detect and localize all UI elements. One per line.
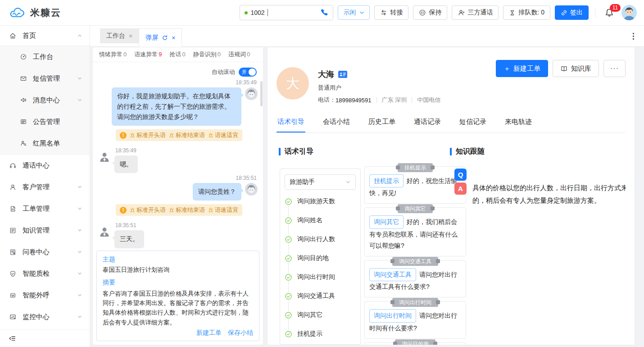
assistant-select-value: 旅游助手	[290, 178, 315, 186]
knowledge-question-icon[interactable]: Q	[454, 169, 467, 181]
script-step[interactable]: 询问目的地	[285, 249, 356, 268]
phone-number: 18998949591	[336, 97, 372, 104]
tab-script-guide[interactable]: 话术引导	[277, 113, 305, 132]
script-card-ribbon: 询问目的地	[395, 339, 435, 345]
more-actions-button[interactable]: ···	[603, 60, 626, 77]
script-chip[interactable]: 询问交通工具	[369, 268, 416, 281]
knowledge-answer-text: 具体的价格以您的出行人数，出行日期，出行方式来的，稍后会有专人为您量身定制旅游方…	[472, 182, 626, 207]
tab-call-records[interactable]: 通话记录	[413, 113, 442, 132]
message-time: 18:35:49	[236, 79, 257, 86]
script-card: 挂机提示 挂机提示好的，祝您生活愉快，再见!	[364, 166, 466, 204]
tab-history-tickets[interactable]: 历史工单	[367, 113, 396, 132]
message-time: 18:35:51	[115, 222, 143, 228]
transcript-scroll-area[interactable]: 自动滚动 开 18:35:49 你好，我是旅游规划助手。在您规划具体的行程之前，…	[93, 62, 263, 249]
hold-button[interactable]: 保持	[413, 5, 447, 20]
script-step[interactable]: 询问交通工具	[285, 287, 356, 306]
sidebar-collapse-button[interactable]	[0, 329, 90, 347]
refresh-icon[interactable]	[162, 35, 168, 41]
sidebar-item-home[interactable]: 首页	[0, 26, 90, 46]
script-step[interactable]: 询问其它	[285, 306, 356, 324]
sidebar-item-workbench[interactable]: 工作台	[0, 46, 90, 68]
chevron-down-icon	[77, 206, 82, 211]
sidebar-item-survey-center[interactable]: 问卷中心	[0, 241, 90, 263]
tab-label: 工作台	[106, 32, 125, 40]
knowledge-base-button[interactable]: 知识库	[553, 60, 599, 77]
abstract-text: 客户咨询了泰国五日游的价格及具体安排，表示有十人同行，并希望本周出发。客服记录了…	[103, 289, 253, 327]
sidebar-item-label: 监控中心	[23, 313, 50, 321]
three-way-call-button[interactable]: 三方通话	[452, 5, 499, 20]
new-ticket-link[interactable]: 新建工单	[196, 329, 222, 336]
message-bubble: 嗯。	[114, 155, 138, 173]
chat-message-agent: 18:35:51 请问您贵姓？	[98, 173, 258, 201]
sign-out-label: 签出	[570, 9, 583, 17]
id-card-icon[interactable]	[338, 71, 347, 78]
sidebar-item-red-black-list[interactable]: 红黑名单	[0, 132, 90, 154]
sidebar-item-call-center[interactable]: 通话中心	[0, 155, 90, 176]
sidebar-item-monitor-center[interactable]: 监控中心	[0, 306, 90, 328]
stat-speed: 语速异常9	[134, 50, 162, 59]
scrollbar-thumb[interactable]	[260, 81, 263, 106]
header-divider	[595, 8, 595, 18]
script-guide-title: 话术引导	[279, 147, 313, 156]
sidebar-item-outbound-ai[interactable]: 智能外呼	[0, 284, 90, 306]
tab-session-summary[interactable]: 会话小结	[322, 113, 351, 132]
script-step[interactable]: 挂机提示	[285, 324, 356, 343]
script-step[interactable]: 询问出行时间	[285, 268, 356, 287]
customer-type: 普通用户	[318, 84, 440, 92]
customer-region: 广东 深圳	[382, 96, 407, 104]
script-chip[interactable]: 询问出行时间	[369, 309, 416, 322]
notifications-button[interactable]: 11	[604, 8, 614, 18]
detail-tabs: 话术引导 会话小结 历史工单 通话记录 短信记录 来电轨迹	[277, 113, 626, 133]
tabbar-more-menu[interactable]	[631, 31, 636, 41]
tab-workbench[interactable]: 工作台 ×	[100, 28, 139, 43]
sidebar-item-customer-mgmt[interactable]: 客户管理	[0, 176, 90, 198]
queue-count-button[interactable]: 排队数: 0	[503, 5, 550, 20]
message-bubble: 请问您贵姓？	[193, 183, 241, 201]
customer-detail-panel: 大 大海 普通用户	[267, 47, 635, 345]
script-card: 询问目的地 询问目的地	[364, 342, 466, 345]
extension-status-dot	[245, 11, 248, 14]
script-card-ribbon: 询问出行时间	[392, 298, 438, 307]
sidebar-item-quality-check[interactable]: 智能质检	[0, 263, 90, 284]
script-chip[interactable]: 挂机提示	[369, 174, 404, 187]
phone-label: 电话：	[318, 96, 336, 104]
sign-out-button[interactable]: 签出	[555, 5, 589, 20]
topic-label: 主题	[103, 256, 253, 264]
tab-call-trace[interactable]: 来电轨迹	[504, 113, 533, 132]
new-ticket-button[interactable]: ＋ 新建工单	[496, 60, 548, 77]
tab-popup-screen[interactable]: 弹屏 ×	[139, 28, 182, 47]
transfer-button[interactable]: 转接	[374, 5, 408, 20]
workspace-tabbar: 工作台 × 弹屏 ×	[90, 26, 644, 47]
sidebar-item-announcements[interactable]: 公告管理	[0, 111, 90, 132]
cloud-icon	[9, 6, 26, 19]
customer-avatar	[98, 151, 111, 173]
script-step[interactable]: 询问旅游天数	[285, 192, 356, 211]
script-step[interactable]: 询问出行人数	[285, 230, 356, 249]
save-summary-link[interactable]: 保存小结	[228, 329, 253, 336]
sidebar-item-sms[interactable]: 短信管理	[0, 68, 90, 89]
script-cards-column: 挂机提示 挂机提示好的，祝您生活愉快，再见! 询问其它 询问其它好的，我们稍后会…	[364, 166, 466, 345]
sidebar-item-label: 智能外呼	[23, 291, 50, 300]
autoscroll-toggle[interactable]: 开	[239, 68, 257, 77]
notification-badge: 11	[610, 4, 621, 12]
user-avatar[interactable]	[621, 5, 637, 20]
sidebar-item-knowledge-mgmt[interactable]: 知识管理	[0, 219, 90, 241]
script-step[interactable]: 询问姓名	[285, 211, 356, 230]
script-chip[interactable]: 询问其它	[369, 215, 404, 228]
stat-emotion: 情绪异常0	[99, 50, 127, 59]
knowledge-answer-icon[interactable]: A	[454, 183, 467, 195]
chevron-down-icon	[77, 228, 82, 233]
assistant-select[interactable]: 旅游助手	[285, 174, 356, 190]
sidebar-item-message-center[interactable]: 消息中心	[0, 89, 90, 111]
close-icon[interactable]: ×	[172, 34, 175, 41]
dial-number-input[interactable]: 1002	[240, 5, 333, 20]
close-icon[interactable]: ×	[129, 32, 132, 40]
compliance-tags: ! 标准开头语 标准结束语 语速适宜	[116, 204, 242, 216]
phone-icon[interactable]	[319, 8, 328, 17]
sidebar-item-ticket-mgmt[interactable]: 工单管理	[0, 198, 90, 219]
chat-message-customer: 18:35:54 请您贵姓，免贵姓罗。	[98, 248, 258, 249]
agent-status-select[interactable]: 示闲	[338, 5, 370, 20]
message-bubble: 三天。	[114, 230, 144, 248]
tab-sms-records[interactable]: 短信记录	[458, 113, 487, 132]
app-logo: 米糠云	[0, 6, 90, 19]
